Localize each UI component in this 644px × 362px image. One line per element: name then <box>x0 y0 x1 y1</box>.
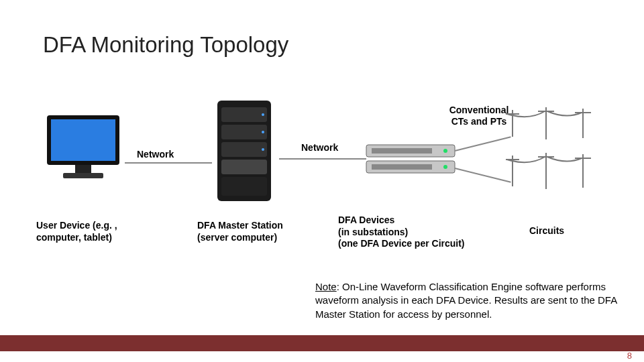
svg-rect-9 <box>221 177 267 196</box>
utility-poles-icon <box>506 106 606 193</box>
note-text: : On-Line Waveform Classification Engine… <box>315 281 616 320</box>
switch-stack-icon <box>364 142 458 177</box>
svg-rect-1 <box>51 119 115 161</box>
monitor-icon <box>43 113 123 186</box>
conn-dev-to-poles-1 <box>455 136 511 152</box>
circuits-node <box>506 106 606 193</box>
server-node <box>211 101 284 201</box>
svg-point-12 <box>262 148 264 151</box>
note-label: Note <box>315 281 337 292</box>
cts-pts-label: Conventional CTs and PTs <box>442 105 516 127</box>
svg-rect-6 <box>221 125 267 139</box>
user-device-label: User Device (e.g. , computer, tablet) <box>36 220 150 243</box>
svg-point-15 <box>443 149 447 153</box>
footer-bar <box>0 335 644 351</box>
conn-user-to-server <box>125 162 212 164</box>
dfa-devices-node <box>364 142 458 177</box>
svg-point-18 <box>443 165 447 169</box>
topology-diagram: Network Network Conventional CTs and PTs… <box>43 101 606 268</box>
link-label-net1: Network <box>137 149 174 160</box>
circuits-label: Circuits <box>529 225 590 237</box>
svg-rect-5 <box>221 107 267 122</box>
svg-rect-7 <box>221 142 267 157</box>
svg-point-10 <box>262 113 264 116</box>
dfa-devices-label: DFA Devices (in substations) (one DFA De… <box>338 215 479 250</box>
note-block: Note: On-Line Waveform Classification En… <box>315 280 617 321</box>
svg-rect-17 <box>372 164 432 170</box>
slide-title: DFA Monitoring Topology <box>43 32 288 58</box>
server-icon <box>211 101 278 201</box>
user-device-node <box>43 113 130 186</box>
svg-rect-8 <box>221 160 267 174</box>
link-label-net2: Network <box>301 142 338 153</box>
conn-server-to-dev <box>279 158 366 160</box>
page-number: 8 <box>627 351 632 361</box>
svg-rect-2 <box>75 165 91 173</box>
svg-rect-14 <box>372 148 432 154</box>
master-station-label: DFA Master Station (server computer) <box>197 220 298 243</box>
svg-point-11 <box>262 131 264 133</box>
svg-rect-3 <box>63 173 103 178</box>
conn-dev-to-poles-2 <box>455 168 511 183</box>
slide: DFA Monitoring Topology <box>0 0 644 362</box>
